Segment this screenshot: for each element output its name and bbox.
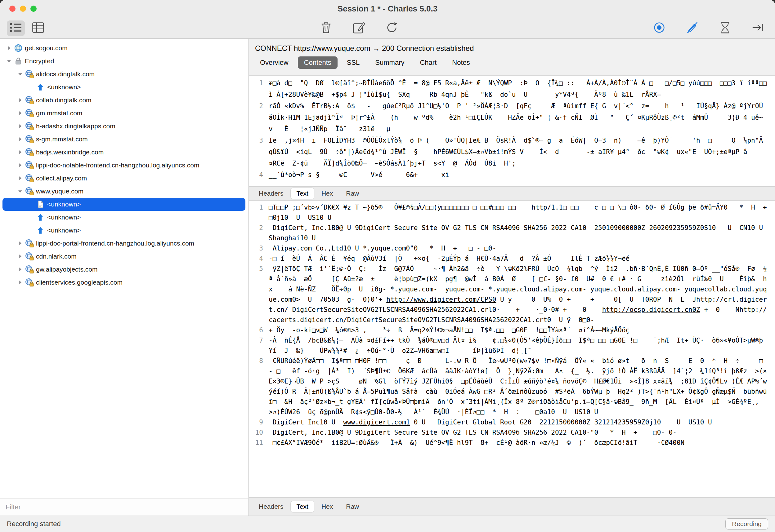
tree-item-s-gm.mmstat.com[interactable]: s-gm.mmstat.com bbox=[2, 133, 245, 146]
seg-bottom-tab-text[interactable]: Text bbox=[291, 501, 314, 512]
chevron-right-icon[interactable] bbox=[16, 123, 25, 129]
code-line: 5 ÿZ|ëTöÇ TÆ ì'´Ê;©·Ô Ç: Ìz G@7ÃÕ ~·¶ Áh… bbox=[249, 264, 775, 325]
tree-item-badjs.weixinbridge.com[interactable]: badjs.weixinbridge.com bbox=[2, 146, 245, 159]
filter-input[interactable] bbox=[5, 503, 243, 512]
tree-item-lippi-doc-portal-frontend.cn-hangzhou.log.aliyuncs.com[interactable]: lippi-doc-portal-frontend.cn-hangzhou.lo… bbox=[2, 237, 245, 250]
globe-lock-icon bbox=[25, 161, 36, 170]
line-number: 3 bbox=[249, 135, 269, 169]
host-tree[interactable]: get.sogou.comEncryptedalidocs.dingtalk.c… bbox=[0, 42, 248, 498]
line-number: 2 bbox=[249, 223, 269, 243]
line-text: □T□□P ;□´vb>v´DK€X ¥z T ~}ð5® Ô¥£©§□À/□□… bbox=[269, 202, 775, 223]
tab-contents[interactable]: Contents bbox=[298, 56, 337, 69]
tree-item-get.sogou.com[interactable]: get.sogou.com bbox=[2, 42, 245, 55]
code-line: 4__´û*oò¬P s § ©C V>é 6&+ xì bbox=[249, 169, 775, 181]
jump-to-end-button[interactable] bbox=[749, 20, 767, 36]
tree-item-cdn.nlark.com[interactable]: cdn.nlark.com bbox=[2, 250, 245, 263]
chevron-right-icon[interactable] bbox=[4, 45, 14, 51]
tree-item-collab.dingtalk.com[interactable]: collab.dingtalk.com bbox=[2, 94, 245, 107]
tree-item-collect.alipay.com[interactable]: collect.alipay.com bbox=[2, 172, 245, 185]
compose-button[interactable] bbox=[350, 20, 368, 36]
host-label: alidocs.dingtalk.com bbox=[36, 70, 95, 78]
tree-item-h-adashx.dingtalkapps.com[interactable]: h-adashx.dingtalkapps.com bbox=[2, 120, 245, 133]
line-number: 2 bbox=[249, 100, 269, 135]
text-segment: __´û*oò¬P s § ©C V>é 6&+ xì bbox=[269, 171, 449, 179]
seg-top-tab-headers[interactable]: Headers bbox=[253, 188, 289, 199]
line-number: 8 bbox=[249, 356, 269, 417]
chevron-right-icon[interactable] bbox=[16, 97, 25, 103]
seg-bottom-tab-hex[interactable]: Hex bbox=[316, 501, 338, 512]
tree-item-lippi-doc-notable-frontend.cn-hangzhou.log.aliyuncs.com[interactable]: lippi-doc-notable-frontend.cn-hangzhou.l… bbox=[2, 159, 245, 172]
hourglass-button[interactable] bbox=[716, 20, 734, 36]
tab-chart[interactable]: Chart bbox=[414, 56, 443, 69]
chevron-down-icon[interactable] bbox=[16, 71, 25, 77]
chevron-down-icon[interactable] bbox=[4, 58, 14, 64]
seg-top-tab-hex[interactable]: Hex bbox=[316, 188, 338, 199]
host-label: get.sogou.com bbox=[25, 44, 68, 52]
globe-lock-icon bbox=[25, 135, 36, 144]
line-text: + Öy -o-ki□v□W ¼ó®©>3 , ³÷ ß Â=q2%Ý!©‰¬a… bbox=[269, 325, 775, 335]
host-label: gm.mmstat.com bbox=[36, 109, 82, 117]
tree-item-unknown[interactable]: <unknown> bbox=[2, 224, 245, 237]
record-button[interactable] bbox=[650, 20, 668, 36]
line-number: 1 bbox=[249, 78, 269, 100]
chevron-right-icon[interactable] bbox=[16, 175, 25, 181]
seg-top-tab-text[interactable]: Text bbox=[291, 188, 314, 199]
clear-session-button[interactable] bbox=[317, 20, 335, 36]
tree-item-gm.mmstat.com[interactable]: gm.mmstat.com bbox=[2, 107, 245, 120]
tab-overview[interactable]: Overview bbox=[254, 56, 295, 69]
seg-bottom-tab-headers[interactable]: Headers bbox=[253, 501, 289, 512]
code-line: 2 DigiCert, Inc.1B0@ U 9DigiCert Secure … bbox=[249, 223, 775, 243]
inline-link[interactable]: http://www.digicert.com/CPS0 bbox=[386, 296, 496, 303]
throttling-off-icon bbox=[686, 21, 699, 35]
seg-bottom-tab-raw[interactable]: Raw bbox=[340, 501, 364, 512]
line-number: 11 bbox=[249, 438, 269, 448]
code-line: 7-Â ñÉ{Å /bcB&ß¼¦– AÛà_¤d£Fí÷÷ tkÒ ¾áÛ®□… bbox=[249, 335, 775, 356]
tree-item-unknown[interactable]: <unknown> bbox=[2, 81, 245, 94]
text-segment: -□¢£ÁX°IVÆ9Óé* iiB2Ù=:ØùÅ&® Î+Á &) Ué^9<… bbox=[269, 439, 684, 446]
seg-top-tab-raw[interactable]: Raw bbox=[340, 188, 364, 199]
sequence-view-button[interactable] bbox=[29, 20, 47, 36]
chevron-right-icon[interactable] bbox=[16, 240, 25, 246]
tree-item-unknown[interactable]: <unknown> bbox=[2, 211, 245, 224]
tree-item-encrypted[interactable]: Encrypted bbox=[2, 55, 245, 68]
throttling-off-button[interactable] bbox=[683, 20, 701, 36]
window-title: Session 1 * - Charles 5.0.3 bbox=[337, 4, 438, 14]
response-content-pane[interactable]: 1□T□□P ;□´vb>v´DK€X ¥z T ~}ð5® Ô¥£©§□À/□… bbox=[249, 201, 775, 497]
close-button[interactable] bbox=[9, 6, 16, 12]
recording-status-button[interactable]: Recording bbox=[725, 518, 768, 530]
tree-item-alidocs.dingtalk.com[interactable]: alidocs.dingtalk.com bbox=[2, 68, 245, 81]
tab-notes[interactable]: Notes bbox=[446, 56, 476, 69]
tree-item-clientservices.googleapis.com[interactable]: clientservices.googleapis.com bbox=[2, 276, 245, 289]
globe-lock-icon bbox=[25, 239, 36, 248]
view-toggle-group bbox=[7, 20, 47, 36]
doc-icon bbox=[36, 200, 47, 209]
minimize-button[interactable] bbox=[20, 6, 26, 12]
code-line: 11-□¢£ÁX°IVÆ9Óé* iiB2Ù=:ØùÅ&® Î+Á &) Ué^… bbox=[249, 438, 775, 448]
chevron-right-icon[interactable] bbox=[16, 110, 25, 116]
zoom-button[interactable] bbox=[30, 6, 37, 12]
chevron-right-icon[interactable] bbox=[16, 279, 25, 286]
tree-item-gw.alipayobjects.com[interactable]: gw.alipayobjects.com bbox=[2, 263, 245, 276]
code-line: 10 DigiCert, Inc.1B0@ U 9DigiCert Secure… bbox=[249, 428, 775, 438]
toolbar bbox=[0, 17, 775, 39]
text-segment: Alipay.com Co.,Ltd10 U *.yuque.com0"0 * … bbox=[269, 245, 496, 252]
tree-item-www.yuque.com[interactable]: www.yuque.com bbox=[2, 185, 245, 198]
chevron-right-icon[interactable] bbox=[16, 253, 25, 259]
structure-view-button[interactable] bbox=[7, 20, 25, 36]
inline-link[interactable]: http://ocsp.digicert.cn0Z bbox=[602, 306, 700, 313]
chevron-right-icon[interactable] bbox=[16, 266, 25, 273]
line-number: 10 bbox=[249, 428, 269, 438]
chevron-right-icon[interactable] bbox=[16, 149, 25, 155]
chevron-right-icon[interactable] bbox=[16, 162, 25, 168]
tab-summary[interactable]: Summary bbox=[369, 56, 411, 69]
tree-item-unknown[interactable]: <unknown> bbox=[2, 198, 245, 211]
recording-control-group bbox=[650, 20, 767, 36]
chevron-right-icon[interactable] bbox=[16, 136, 25, 142]
repeat-button[interactable] bbox=[383, 20, 401, 36]
host-label: collect.alipay.com bbox=[36, 175, 87, 182]
tab-ssl[interactable]: SSL bbox=[341, 56, 366, 69]
inline-link[interactable]: www.digicert.com1 bbox=[343, 419, 410, 426]
request-content-pane[interactable]: 1æ□â d□ "Q DØ l®[ãî^;~ÐÎÜàe6õÕ ^Ê = 8@ F… bbox=[249, 75, 775, 186]
chevron-down-icon[interactable] bbox=[16, 188, 25, 194]
globe-lock-icon bbox=[25, 187, 36, 196]
